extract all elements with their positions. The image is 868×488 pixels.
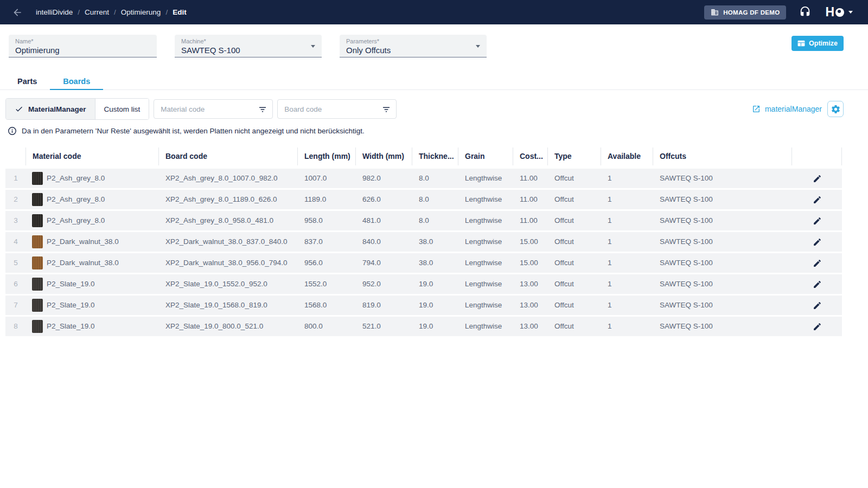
- edit-row-button[interactable]: [810, 298, 824, 312]
- cell-row-number: 2: [5, 190, 26, 209]
- table-settings-button[interactable]: [827, 101, 844, 117]
- material-swatch: [32, 256, 43, 269]
- column-header: Cost...: [513, 147, 548, 165]
- page: intelliDivide/Current/Optimierung/Edit H…: [0, 0, 868, 488]
- cell-length: 1007.0: [298, 169, 356, 188]
- cell-cost: 15.00: [513, 232, 548, 252]
- cell-available: 1: [601, 317, 653, 336]
- cell-cost: 11.00: [513, 190, 548, 209]
- cell-material-code: P2_Ash_grey_8.0: [26, 190, 159, 209]
- tenant-button[interactable]: HOMAG DF DEMO: [704, 5, 786, 20]
- filter-icon[interactable]: [258, 105, 267, 114]
- table-row: 5P2_Dark_walnut_38.0XP2_Dark_walnut_38.0…: [5, 253, 842, 273]
- name-field[interactable]: Name*: [9, 35, 157, 57]
- machine-select-value: SAWTEQ S-100: [181, 44, 315, 55]
- edit-row-button[interactable]: [810, 214, 824, 228]
- board-code-input[interactable]: [278, 100, 396, 118]
- cell-thickness: 19.0: [412, 317, 458, 336]
- material-manager-link[interactable]: materialManager: [752, 105, 822, 113]
- breadcrumb-item[interactable]: Current: [85, 8, 109, 16]
- optimize-button[interactable]: Optimize: [792, 36, 844, 51]
- cell-thickness: 38.0: [412, 232, 458, 252]
- cell-length: 1189.0: [298, 190, 356, 209]
- edit-row-button[interactable]: [810, 277, 824, 291]
- cell-available: 1: [601, 253, 653, 273]
- cell-board-code: XP2_Dark_walnut_38.0_837.0_840.0: [159, 232, 298, 252]
- edit-pencil-icon: [813, 259, 822, 268]
- breadcrumb-item[interactable]: intelliDivide: [36, 8, 73, 16]
- cell-available: 1: [601, 274, 653, 294]
- material-code-filter[interactable]: [154, 99, 273, 119]
- cell-edit: [792, 214, 842, 228]
- cell-grain: Lengthwise: [458, 169, 513, 188]
- breadcrumb-item[interactable]: Optimierung: [121, 8, 161, 16]
- info-banner-text: Da in den Parametern 'Nur Reste' ausgewä…: [22, 127, 365, 135]
- cell-width: 626.0: [356, 190, 412, 209]
- material-code-text: P2_Slate_19.0: [47, 296, 95, 315]
- tab-parts[interactable]: Parts: [4, 74, 50, 89]
- material-swatch: [32, 320, 43, 333]
- cell-material-code: P2_Slate_19.0: [26, 296, 159, 315]
- cell-board-code: XP2_Slate_19.0_1552.0_952.0: [159, 274, 298, 294]
- material-swatch: [32, 193, 43, 206]
- cell-length: 956.0: [298, 253, 356, 273]
- cell-length: 837.0: [298, 232, 356, 252]
- edit-row-button[interactable]: [810, 171, 824, 185]
- support-button[interactable]: [799, 6, 812, 19]
- cell-board-code: XP2_Slate_19.0_1568.0_819.0: [159, 296, 298, 315]
- column-header: Board code: [159, 147, 298, 165]
- filter-row: MaterialManagerCustom list materialManag…: [5, 98, 863, 120]
- chevron-down-icon: [476, 45, 480, 48]
- cell-available: 1: [601, 190, 653, 209]
- board-code-filter[interactable]: [277, 99, 397, 119]
- cell-row-number: 4: [5, 232, 26, 252]
- edit-row-button[interactable]: [810, 256, 824, 270]
- cell-grain: Lengthwise: [458, 253, 513, 273]
- arrow-back-icon: [12, 7, 23, 18]
- material-code-text: P2_Slate_19.0: [47, 317, 95, 336]
- homag-logo: H: [825, 5, 834, 20]
- edit-pencil-icon: [813, 280, 822, 289]
- edit-pencil-icon: [813, 195, 822, 204]
- cell-type: Offcut: [548, 317, 601, 336]
- cell-grain: Lengthwise: [458, 190, 513, 209]
- cell-grain: Lengthwise: [458, 232, 513, 252]
- filter-icon[interactable]: [381, 105, 391, 114]
- cell-thickness: 8.0: [412, 190, 458, 209]
- cell-grain: Lengthwise: [458, 317, 513, 336]
- cell-offcuts: SAWTEQ S-100: [653, 211, 792, 230]
- edit-row-button[interactable]: [810, 319, 824, 333]
- material-swatch: [32, 299, 43, 312]
- cell-offcuts: SAWTEQ S-100: [653, 274, 792, 294]
- material-code-input[interactable]: [154, 100, 272, 118]
- name-input[interactable]: [15, 44, 150, 55]
- cell-cost: 13.00: [513, 274, 548, 294]
- material-code-text: P2_Dark_walnut_38.0: [47, 232, 119, 252]
- cell-offcuts: SAWTEQ S-100: [653, 253, 792, 273]
- cell-type: Offcut: [548, 211, 601, 230]
- cell-row-number: 8: [5, 317, 26, 336]
- homag-logo-disc: [835, 8, 844, 17]
- back-button[interactable]: [11, 6, 24, 19]
- edit-row-button[interactable]: [810, 192, 824, 207]
- edit-row-button[interactable]: [810, 235, 824, 249]
- cell-board-code: XP2_Dark_walnut_38.0_956.0_794.0: [159, 253, 298, 273]
- toggle-materialmanager[interactable]: MaterialManager: [6, 99, 95, 119]
- cell-edit: [792, 235, 842, 249]
- column-header: Material code: [26, 147, 159, 165]
- cell-offcuts: SAWTEQ S-100: [653, 232, 792, 252]
- tab-boards[interactable]: Boards: [50, 74, 103, 89]
- cell-type: Offcut: [548, 274, 601, 294]
- machine-select[interactable]: Machine* SAWTEQ S-100: [175, 35, 322, 57]
- account-menu[interactable]: H: [825, 5, 853, 20]
- cell-row-number: 5: [5, 253, 26, 273]
- cell-edit: [792, 256, 842, 270]
- toggle-custom-list[interactable]: Custom list: [95, 99, 149, 119]
- material-code-text: P2_Dark_walnut_38.0: [47, 253, 119, 273]
- column-header: Available: [601, 147, 653, 165]
- cell-type: Offcut: [548, 232, 601, 252]
- table-row: 2P2_Ash_grey_8.0XP2_Ash_grey_8.0_1189.0_…: [5, 190, 842, 209]
- parameters-select[interactable]: Parameters* Only Offcuts: [340, 35, 487, 57]
- cell-edit: [792, 171, 842, 185]
- tab-bar: PartsBoards: [0, 74, 868, 90]
